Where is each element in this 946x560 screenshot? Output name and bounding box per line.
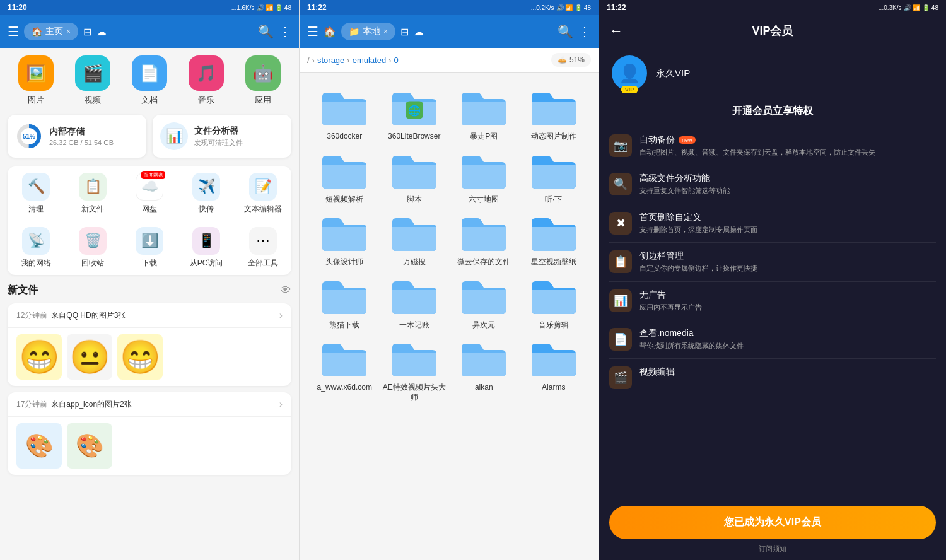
homepage-title: 首页删除自定义 [639,212,936,223]
folder-name-yiciyuan: 异次元 [472,320,495,330]
cloud-icon-2[interactable]: ☁ [414,26,424,38]
internal-storage-card[interactable]: 51% 内部存储 26.32 GB / 51.54 GB [8,115,146,158]
grid-view-icon-1[interactable]: ⊟ [83,26,91,38]
home-tab-close[interactable]: × [66,27,71,36]
storage-percent: 51% [569,55,585,64]
status-time-2: 11:22 [307,3,327,12]
vip-name: 永久VIP [656,67,690,79]
folder-duanshipin[interactable]: 短视频解析 [312,147,377,205]
more-icon-2[interactable]: ⋮ [578,24,591,39]
tools-container: 🔨 清理 📋 新文件 ☁️ 百度网盘 网盘 ✈️ 快传 [8,166,291,275]
sidebar-desc: 自定义你的专属侧边栏，让操作更快捷 [639,264,936,273]
folder-yinyue[interactable]: 音乐剪辑 [522,272,587,330]
homepage-icon: ✖ [609,212,632,235]
tool-network[interactable]: 📡 我的网络 [8,221,64,275]
tool-text-editor[interactable]: 📝 文本编辑器 [235,166,291,221]
category-videos[interactable]: 🎬 视频 [75,55,110,106]
nav-bar-1: ☰ 🏠 主页 × ⊟ ☁ 🔍 ⋮ [0,15,299,48]
new-file-label: 新文件 [81,204,104,214]
tool-download[interactable]: ⬇️ 下载 [121,221,178,275]
tool-new-file[interactable]: 📋 新文件 [64,166,121,221]
cloud-tool-icon: ☁️ 百度网盘 [136,173,163,201]
file-group-1-arrow: › [279,310,283,321]
recycle-icon: 🗑️ [79,227,107,255]
folder-jiaobeng[interactable]: 脚本 [382,147,447,205]
local-tab-close[interactable]: × [383,27,388,36]
eye-icon[interactable]: 👁 [280,284,291,297]
storage-usage-btn[interactable]: 🥧 51% [551,53,591,67]
vip-feature-sidebar: 📋 侧边栏管理 自定义你的专属侧边栏，让操作更快捷 [609,243,936,281]
folder-awww[interactable]: a_www.x6d.com [312,335,377,402]
folder-weiyun[interactable]: 微云保存的文件 [452,209,517,267]
all-tools-icon: ⋯ [249,227,277,255]
folder-liucun[interactable]: 六寸地图 [452,147,517,205]
breadcrumb-0[interactable]: 0 [394,55,399,65]
folder-360litebrowser[interactable]: 🌐 360LiteBrowser [382,84,447,142]
category-music[interactable]: 🎵 音乐 [189,55,224,106]
folder-name-xingkong: 星空视频壁纸 [531,257,576,267]
vip-feature-backup: 📷 自动备份 new 自动把图片、视频、音频、文件夹保存到云盘，释放本地空间，防… [609,127,936,165]
grid-view-icon-2[interactable]: ⊟ [400,26,409,38]
docs-label: 文档 [141,95,158,106]
folder-icon-xiongmao [319,272,370,317]
file-group-1[interactable]: 12分钟前 来自QQ HD的图片3张 › 😁 😐 😁 [8,303,291,386]
folder-name-awww: a_www.x6d.com [317,383,372,393]
search-icon-2[interactable]: 🔍 [558,24,573,39]
music-label: 音乐 [198,95,214,106]
more-icon-1[interactable]: ⋮ [279,24,291,39]
tool-recycle[interactable]: 🗑️ 回收站 [64,221,121,275]
search-icon-1[interactable]: 🔍 [258,24,274,39]
folder-icon-duanshipin [319,147,370,191]
breadcrumb-slash[interactable]: / [307,55,310,65]
folder-yimu[interactable]: 一木记账 [382,272,447,330]
home-icon-2[interactable]: 🏠 [324,26,336,38]
category-docs[interactable]: 📄 文档 [132,55,167,106]
signal-text-1: ...1.6K/s [231,4,255,11]
menu-icon-1[interactable]: ☰ [8,24,19,39]
cloud-icon-1[interactable]: ☁ [96,26,107,38]
folder-aetexiao[interactable]: AE特效视频片头大师 [382,335,447,402]
folder-alarms[interactable]: Alarms [522,335,587,402]
breadcrumb-emulated[interactable]: emulated [353,55,386,65]
thumb-1-2: 😐 [67,334,112,380]
back-button[interactable]: ← [609,23,623,39]
local-tab-label: 本地 [363,26,380,37]
subscription-link[interactable]: 订阅须知 [609,544,936,554]
folder-xingkong[interactable]: 星空视频壁纸 [522,209,587,267]
panel-vip: 11:22 ...0.3K/s 🔊 📶 🔋 48 ← VIP会员 👤 VIP 永… [599,0,946,560]
tool-pc-access[interactable]: 📱 从PC访问 [178,221,235,275]
folder-360docker[interactable]: 360docker [312,84,377,142]
tool-cloud[interactable]: ☁️ 百度网盘 网盘 [121,166,178,221]
folder-yiciyuan[interactable]: 异次元 [452,272,517,330]
folder-wanciso[interactable]: 万磁搜 [382,209,447,267]
tool-transfer[interactable]: ✈️ 快传 [178,166,235,221]
category-images[interactable]: 🖼️ 图片 [18,55,54,106]
file-group-2[interactable]: 17分钟前 来自app_icon的图片2张 › 🎨 🎨 [8,392,291,475]
menu-icon-2[interactable]: ☰ [307,24,318,39]
folder-baozu[interactable]: 暴走P图 [452,84,517,142]
local-tab[interactable]: 📁 本地 × [341,23,395,40]
breadcrumb-sep-1: › [347,55,349,65]
folder-dongtai[interactable]: 动态图片制作 [522,84,587,142]
folder-tingxia[interactable]: 听·下 [522,147,587,205]
breadcrumb-storage[interactable]: storage [317,55,344,65]
transfer-label: 快传 [199,204,214,214]
folder-icon-yimu [389,272,440,317]
vip-cta-button[interactable]: 您已成为永久VIP会员 [609,506,936,539]
tool-all-tools[interactable]: ⋯ 全部工具 [235,221,291,275]
analyzer-sub: 发现可清理文件 [194,138,284,148]
panel-files: 11:22 ...0.2K/s 🔊 📶 🔋 48 ☰ 🏠 📁 本地 × ⊟ ☁ … [300,0,599,560]
home-tab[interactable]: 🏠 主页 × [24,23,78,40]
folder-aikan[interactable]: aikan [452,335,517,402]
analyzer-card[interactable]: 📊 文件分析器 发现可清理文件 [153,115,291,158]
folder-touxiang[interactable]: 头像设计师 [312,209,377,267]
homepage-text: 首页删除自定义 支持删除首页，深度定制专属操作页面 [639,212,936,235]
status-icons-3: ...0.3K/s 🔊 📶 🔋 48 [879,4,938,11]
folder-icon-liucun [458,147,509,191]
images-label: 图片 [28,95,44,106]
category-apps[interactable]: 🤖 应用 [245,55,281,106]
tool-clean[interactable]: 🔨 清理 [8,166,64,221]
folder-xiongmao[interactable]: 熊猫下载 [312,272,377,330]
vip-section-title: 开通会员立享特权 [599,100,946,127]
all-tools-label: 全部工具 [248,258,278,269]
